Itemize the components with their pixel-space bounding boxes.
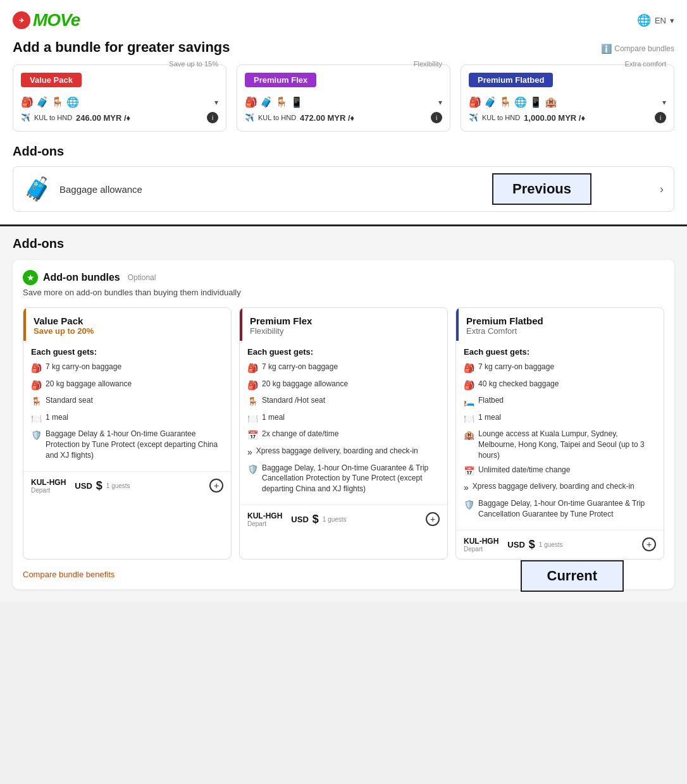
add-button-flex[interactable]: + [426,512,440,526]
feature-protect-flex: 🛡️ Baggage Delay, 1-hour On-time Guarant… [247,463,440,494]
addons-title-top: Add-ons [13,144,674,159]
bundle-detail-name-flex: Premium Flex [250,315,440,326]
bundle-card-flatbed[interactable]: Premium Flatbed Extra comfort 🎒🧳🪑🌐📱🏨 ▾ ✈… [461,64,674,132]
bundle-route-value: KUL to HND [34,114,72,121]
bundle-detail-sub-value: Save up to 20% [34,326,223,336]
previous-label: Previous [492,173,591,205]
lang-selector[interactable]: 🌐 EN ▾ [637,13,674,27]
seat-icon-value: 🪑 [31,396,42,408]
addon-bundles-header: ★ Add-on bundles Optional [23,270,664,285]
bottom-title: Add-ons [13,236,674,251]
footer-currency-flex: USD [291,515,308,524]
bundle-price-row-flex: ✈️ KUL to HND 472.00 MYR /♦ i [245,112,442,123]
bundle-detail-body-flatbed: Each guest gets: 🎒 7 kg carry-on baggage… [456,341,664,530]
bundle-subtitle-flex: Flexibility [414,60,442,68]
addon-bundles-card: ★ Add-on bundles Optional Save more on a… [13,260,674,589]
bundle-icons-flex: 🎒🧳🪑📱 ▾ [245,96,442,108]
plane-icon-flatbed: ✈️ [469,113,478,122]
bundle-card-value[interactable]: Value Pack Save up to 15% 🎒🧳🪑🌐 ▾ ✈️ KUL … [13,64,226,132]
compare-icon: ℹ️ [601,44,612,54]
lang-arrow: ▾ [670,16,674,25]
bundle-tag-flex: Premium Flex [245,73,316,87]
carry-on-icon-value: 🎒 [31,362,42,375]
info-circle-flex[interactable]: i [431,112,442,123]
bundle-tag-flatbed: Premium Flatbed [469,73,553,87]
dropdown-arrow-value[interactable]: ▾ [214,98,218,107]
bundle-detail-name-value: Value Pack [34,315,223,326]
feature-carry-on-flex: 🎒 7 kg carry-on baggage [247,362,440,375]
bundle-subtitle-flatbed: Extra comfort [625,60,666,68]
feature-meal-flex: 🍽️ 1 meal [247,412,440,426]
bundle-subtitle-value: Save up to 15% [169,60,218,68]
footer-guests-flatbed: 1 guests [539,541,563,548]
bundle-route-flatbed: KUL to HND [482,114,520,121]
bundle-price-value: 246.00 MYR /♦ [76,113,130,123]
bundle-detail-footer-flex: KUL-HGH Depart USD $ 1 guests + [240,505,447,534]
savings-title: Add a bundle for greater savings [13,39,230,56]
bottom-footer-row: Compare bundle benefits Current [23,567,664,579]
footer-guests-flex: 1 guests [323,516,347,523]
globe-icon: 🌐 [637,13,651,27]
footer-route-value: KUL-HGH [31,478,66,487]
baggage-emoji: 🧳 [23,176,52,202]
bundle-detail-footer-flatbed: KUL-HGH Depart USD $ 1 guests + [456,530,664,559]
footer-dollar-flatbed: $ [529,538,535,551]
feature-protect-flatbed: 🛡️ Baggage Delay, 1-hour On-time Guarant… [464,498,656,520]
bundle-price-row-value: ✈️ KUL to HND 246.00 MYR /♦ i [21,112,218,123]
add-button-value[interactable]: + [209,479,223,493]
feature-unlimited-flatbed: 📅 Unlimited date/time change [464,465,656,478]
feature-protect-value: 🛡️ Baggage Delay & 1-hour On-time Guaran… [31,429,223,460]
bundle-icons-flatbed: 🎒🧳🪑🌐📱🏨 ▾ [469,96,666,108]
each-guest-value: Each guest gets: [31,347,223,357]
feature-baggage-flex: 🎒 20 kg baggage allowance [247,379,440,392]
bundle-detail-footer-value: KUL-HGH Depart USD $ 1 guests + [23,471,231,500]
bundle-detail-value: Value Pack Save up to 20% Each guest get… [23,307,232,560]
footer-route-flatbed: KUL-HGH [464,537,498,546]
addon-bundles-label: Add-on bundles [43,272,120,283]
logo: ✈ MOVe [13,10,80,30]
feature-carry-on-value: 🎒 7 kg carry-on baggage [31,362,223,375]
bundle-tag-value: Value Pack [21,73,82,87]
bundle-detail-sub-flex: Flexibility [250,326,440,336]
footer-sub-flatbed: Depart [464,546,498,553]
add-button-flatbed[interactable]: + [642,537,656,551]
bundle-detail-header-flex: Premium Flex Flexibility [240,308,447,341]
footer-guests-value: 1 guests [106,482,130,489]
dropdown-arrow-flex[interactable]: ▾ [438,98,442,107]
baggage-label: Baggage allowance [59,184,142,195]
baggage-addon-item[interactable]: 🧳 Baggage allowance Previous › [13,166,674,212]
bundle-detail-body-flex: Each guest gets: 🎒 7 kg carry-on baggage… [240,341,447,505]
top-section: ✈ MOVe 🌐 EN ▾ Add a bundle for greater s… [0,0,687,226]
save-more-text: Save more on add-on bundles than buying … [23,288,664,297]
bundle-route-flex: KUL to HND [258,114,296,121]
bundle-detail-flex: Premium Flex Flexibility Each guest gets… [239,307,448,560]
each-guest-flatbed: Each guest gets: [464,347,656,357]
bundle-price-row-flatbed: ✈️ KUL to HND 1,000.00 MYR /♦ i [469,112,666,123]
compare-benefits-link[interactable]: Compare bundle benefits [23,570,114,579]
plane-icon: ✈️ [21,113,30,122]
bundle-detail-body-value: Each guest gets: 🎒 7 kg carry-on baggage… [23,341,231,471]
bundle-detail-header-value: Value Pack Save up to 20% [23,308,231,341]
feature-flatbed-flatbed: 🛏️ Flatbed [464,395,656,408]
bundle-detail-flatbed: Premium Flatbed Extra Comfort Each guest… [455,307,664,560]
feature-seat-value: 🪑 Standard seat [31,395,223,408]
bottom-section: Add-ons ★ Add-on bundles Optional Save m… [0,226,687,602]
feature-meal-value: 🍽️ 1 meal [31,412,223,426]
info-circle-value[interactable]: i [207,112,218,123]
footer-sub-flex: Depart [247,520,282,527]
dropdown-arrow-flatbed[interactable]: ▾ [662,98,666,107]
logo-icon: ✈ [13,11,30,29]
info-circle-flatbed[interactable]: i [655,112,666,123]
current-label: Current [521,560,624,592]
bundle-price-flatbed: 1,000.00 MYR /♦ [524,113,585,123]
footer-sub-value: Depart [31,487,66,494]
bundle-cards: Value Pack Save up to 15% 🎒🧳🪑🌐 ▾ ✈️ KUL … [13,64,674,132]
bundle-detail-header-flatbed: Premium Flatbed Extra Comfort [456,308,664,341]
bundle-detail-name-flatbed: Premium Flatbed [466,315,656,326]
compare-bundles-link[interactable]: Compare bundles [614,44,674,53]
bundle-card-flex[interactable]: Premium Flex Flexibility 🎒🧳🪑📱 ▾ ✈️ KUL t… [237,64,450,132]
each-guest-flex: Each guest gets: [247,347,440,357]
star-icon: ★ [23,270,38,285]
bundle-detail-cards: Value Pack Save up to 20% Each guest get… [23,307,664,560]
bundle-icons-value: 🎒🧳🪑🌐 ▾ [21,96,218,108]
